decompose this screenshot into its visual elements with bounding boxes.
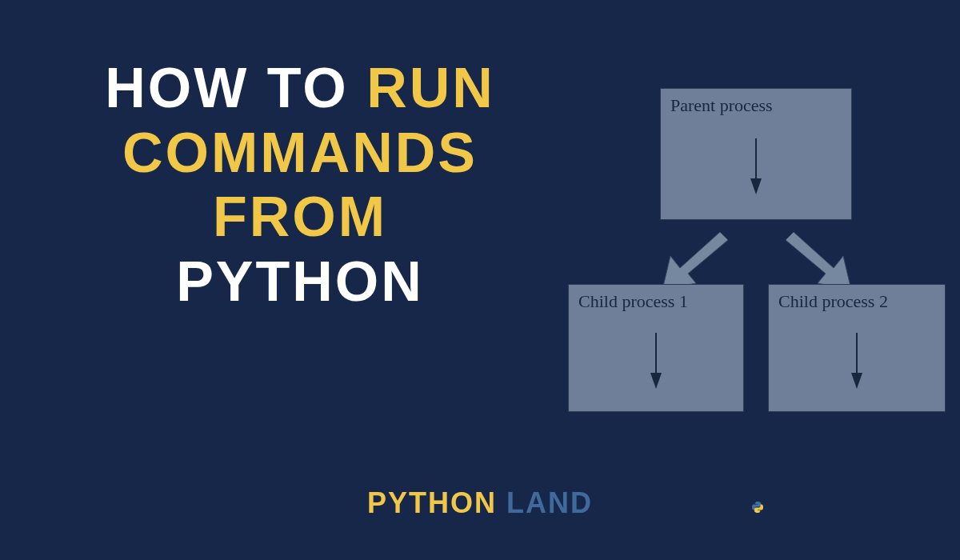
child-process-2-label: Child process 2 — [778, 291, 888, 312]
headline-line2: COMMANDS — [60, 121, 540, 186]
child-process-1-box: Child process 1 — [568, 284, 744, 412]
svg-marker-3 — [650, 373, 662, 389]
brand-word-2: LAND — [506, 486, 593, 519]
arrow-down-icon — [648, 333, 664, 389]
parent-process-label: Parent process — [670, 95, 773, 116]
python-logo-icon — [751, 501, 764, 514]
page-title: HOW TO RUN COMMANDS FROM PYTHON — [60, 56, 540, 314]
headline-line1-prefix: HOW TO — [105, 57, 366, 119]
headline-line4: PYTHON — [60, 250, 540, 314]
child-process-2-box: Child process 2 — [768, 284, 946, 412]
brand-footer: PYTHON LAND — [0, 486, 960, 520]
child-process-1-label: Child process 1 — [578, 291, 688, 312]
parent-process-box: Parent process — [660, 88, 852, 220]
process-diagram: Parent process Child process 1 Child pro… — [568, 88, 948, 432]
arrow-down-icon — [748, 138, 764, 194]
headline-line1-accent: RUN — [366, 57, 495, 119]
svg-marker-5 — [851, 373, 862, 389]
brand-word-1: PYTHON — [367, 486, 497, 519]
svg-marker-1 — [750, 178, 762, 194]
headline-line3: FROM — [60, 185, 540, 250]
arrow-down-icon — [849, 333, 865, 389]
